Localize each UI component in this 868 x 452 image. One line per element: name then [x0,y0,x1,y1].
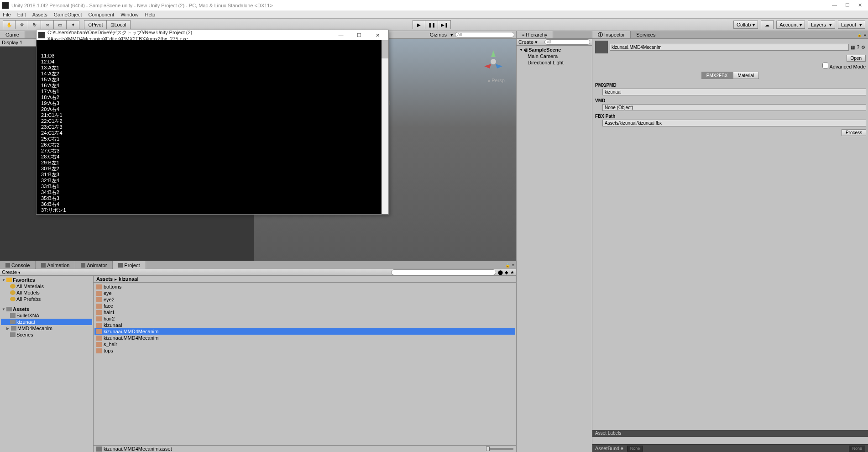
scene-item[interactable]: ▼ ⋐ SampleScene [518,47,591,53]
fav-all-prefabs[interactable]: All Prefabs [1,296,92,302]
account-dropdown[interactable]: Account ▾ [776,21,805,29]
pmx2fbx-tab-button[interactable]: PMX2FBX [701,72,733,79]
asset-item[interactable]: kizunaai.MMD4Mecanim [94,328,515,335]
pivot-button[interactable]: ⊙ Pivot [84,20,107,29]
console-scrollbar[interactable] [382,40,388,214]
folder-icon [10,313,16,318]
folder-bulletxna[interactable]: BulletXNA [1,312,92,319]
prefab-icon[interactable]: ▦ [851,45,855,50]
console-tab[interactable]: Console [0,261,36,269]
asset-name-field[interactable] [610,44,849,51]
step-button[interactable]: ▶❚ [438,20,451,29]
fbx-field[interactable] [602,120,866,126]
console-close-button[interactable]: ✕ [368,32,387,38]
menu-file[interactable]: File [3,12,11,17]
pause-button[interactable]: ❚❚ [425,20,438,29]
search-filter-icon[interactable]: ⬤ [498,270,503,275]
menu-assets[interactable]: Assets [32,12,47,17]
services-tab[interactable]: Services [631,31,661,38]
hierarchy-tab[interactable]: ≡ Hierarchy [517,31,553,38]
zoom-slider[interactable] [486,448,513,450]
scale-tool-button[interactable]: ⤧ [41,20,54,29]
menu-gameobject[interactable]: GameObject [54,12,82,17]
layers-dropdown[interactable]: Layers ▾ [808,21,835,29]
menu-help[interactable]: Help [145,12,155,17]
asset-item[interactable]: face [94,303,515,309]
rotate-tool-button[interactable]: ↻ [28,20,41,29]
project-search[interactable] [391,269,496,275]
move-tool-button[interactable]: ✥ [16,20,28,29]
minimize-button[interactable]: — [832,2,837,8]
asset-item[interactable]: hair2 [94,315,515,322]
svg-marker-0 [491,50,496,57]
advanced-mode-toggle[interactable]: Advanced Mode [822,63,866,69]
project-create-dropdown[interactable]: Create ▾ [2,269,21,275]
lock-icon[interactable]: 🔒 [857,32,862,37]
vmd-field[interactable] [602,104,866,111]
file-icon [96,304,102,309]
animation-icon [41,263,46,268]
material-tab-button[interactable]: Material [733,72,759,79]
asset-item[interactable]: eye2 [94,296,515,303]
pmx-field[interactable] [602,89,866,95]
asset-item[interactable]: hair1 [94,309,515,315]
asset-bundle-dropdown[interactable]: None [627,446,643,452]
menu-component[interactable]: Component [88,12,114,17]
search-type-icon[interactable]: ◆ [505,270,508,275]
hierarchy-create-dropdown[interactable]: Create ▾ [518,39,538,45]
console-minimize-button[interactable]: — [332,32,350,38]
asset-item[interactable]: kizunaai.MMD4Mecanim [94,335,515,341]
asset-labels-header[interactable]: Asset Labels [592,430,868,437]
asset-bundle-variant-dropdown[interactable]: None [849,446,865,452]
asset-item[interactable]: kizunaai [94,322,515,328]
open-button[interactable]: Open [847,55,866,62]
console-maximize-button[interactable]: ☐ [350,32,368,38]
breadcrumb-root[interactable]: Assets [96,276,113,282]
process-button[interactable]: Process [842,129,866,136]
menu-edit[interactable]: Edit [17,12,26,17]
breadcrumb-current[interactable]: kizunaai [119,276,138,282]
gizmos-dropdown[interactable]: Gizmos [430,32,447,37]
rect-tool-button[interactable]: ▭ [54,20,67,29]
project-tab[interactable]: Project [113,261,146,269]
fav-all-materials[interactable]: All Materials [1,283,92,289]
menu-window[interactable]: Window [120,12,138,17]
help-icon[interactable]: ? [857,45,859,50]
game-tab[interactable]: Game [0,31,25,38]
play-button[interactable]: ▶ [413,20,425,29]
console-titlebar[interactable]: C:¥Users¥baban¥OneDrive¥デスクトップ¥New Unity… [37,30,388,40]
main-camera-item[interactable]: Main Camera [518,53,591,59]
animator-tab[interactable]: Animator [75,261,113,269]
maximize-button[interactable]: ☐ [845,2,850,8]
favorites-header[interactable]: ▼Favorites [1,277,92,283]
collab-dropdown[interactable]: Collab ▾ [733,21,758,29]
asset-item[interactable]: s_hair [94,341,515,347]
layout-dropdown[interactable]: Layout ▾ [838,21,865,29]
scene-gizmo-icon[interactable] [480,48,507,75]
hand-tool-button[interactable]: ✋ [3,20,16,29]
panel-menu-icon[interactable]: ≡ [512,263,514,268]
gear-icon[interactable]: ⚙ [861,45,865,50]
search-save-icon[interactable]: ★ [510,270,514,275]
asset-item[interactable]: bottoms [94,284,515,290]
inspector-tab[interactable]: ⓘ Inspector [592,31,631,38]
folder-icon [10,332,16,337]
animation-tab[interactable]: Animation [36,261,75,269]
panel-menu-icon[interactable]: ≡ [864,32,866,37]
hierarchy-search[interactable] [544,39,590,45]
scene-search[interactable] [455,32,514,37]
asset-item[interactable]: tops [94,347,515,354]
cloud-button[interactable]: ☁ [761,20,774,29]
folder-mmd4mecanim[interactable]: ▶MMD4Mecanim [1,325,92,331]
directional-light-item[interactable]: Directional Light [518,59,591,66]
folder-kizunaai[interactable]: kizunaai [1,319,92,325]
transform-tool-button[interactable]: ✦ [67,20,79,29]
assets-header[interactable]: ▼Assets [1,306,92,312]
local-button[interactable]: ⊡ Local [107,20,130,29]
display-dropdown[interactable]: Display 1 [2,40,22,45]
lock-icon[interactable]: 🔒 [505,263,510,268]
close-button[interactable]: ✕ [858,2,862,8]
folder-scenes[interactable]: Scenes [1,331,92,338]
asset-item[interactable]: eye [94,290,515,296]
fav-all-models[interactable]: All Models [1,289,92,296]
